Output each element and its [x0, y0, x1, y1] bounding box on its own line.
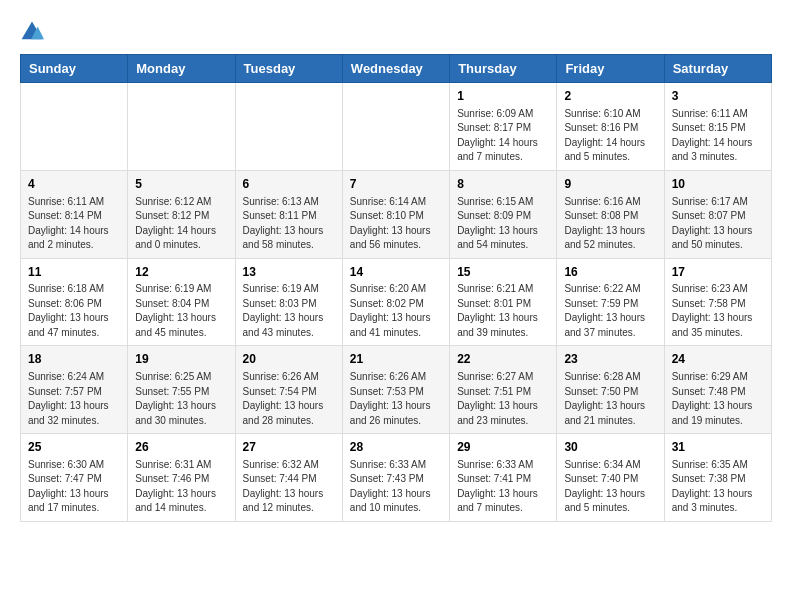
- day-info: Sunrise: 6:23 AMSunset: 7:58 PMDaylight:…: [672, 282, 764, 340]
- day-number: 16: [564, 264, 656, 281]
- weekday-header-tuesday: Tuesday: [235, 55, 342, 83]
- calendar-cell: 8Sunrise: 6:15 AMSunset: 8:09 PMDaylight…: [450, 170, 557, 258]
- day-info: Sunrise: 6:21 AMSunset: 8:01 PMDaylight:…: [457, 282, 549, 340]
- calendar-cell: 14Sunrise: 6:20 AMSunset: 8:02 PMDayligh…: [342, 258, 449, 346]
- weekday-header-wednesday: Wednesday: [342, 55, 449, 83]
- day-info: Sunrise: 6:29 AMSunset: 7:48 PMDaylight:…: [672, 370, 764, 428]
- week-row-1: 1Sunrise: 6:09 AMSunset: 8:17 PMDaylight…: [21, 83, 772, 171]
- day-number: 3: [672, 88, 764, 105]
- day-info: Sunrise: 6:11 AMSunset: 8:14 PMDaylight:…: [28, 195, 120, 253]
- day-info: Sunrise: 6:09 AMSunset: 8:17 PMDaylight:…: [457, 107, 549, 165]
- calendar-cell: 22Sunrise: 6:27 AMSunset: 7:51 PMDayligh…: [450, 346, 557, 434]
- calendar-cell: 16Sunrise: 6:22 AMSunset: 7:59 PMDayligh…: [557, 258, 664, 346]
- day-number: 14: [350, 264, 442, 281]
- day-number: 11: [28, 264, 120, 281]
- day-number: 23: [564, 351, 656, 368]
- day-number: 30: [564, 439, 656, 456]
- day-info: Sunrise: 6:25 AMSunset: 7:55 PMDaylight:…: [135, 370, 227, 428]
- calendar-cell: 27Sunrise: 6:32 AMSunset: 7:44 PMDayligh…: [235, 434, 342, 522]
- weekday-header-saturday: Saturday: [664, 55, 771, 83]
- day-info: Sunrise: 6:31 AMSunset: 7:46 PMDaylight:…: [135, 458, 227, 516]
- calendar-cell: 11Sunrise: 6:18 AMSunset: 8:06 PMDayligh…: [21, 258, 128, 346]
- day-number: 21: [350, 351, 442, 368]
- header: [20, 20, 772, 44]
- day-info: Sunrise: 6:19 AMSunset: 8:04 PMDaylight:…: [135, 282, 227, 340]
- day-number: 25: [28, 439, 120, 456]
- day-info: Sunrise: 6:33 AMSunset: 7:43 PMDaylight:…: [350, 458, 442, 516]
- calendar-cell: 28Sunrise: 6:33 AMSunset: 7:43 PMDayligh…: [342, 434, 449, 522]
- day-info: Sunrise: 6:28 AMSunset: 7:50 PMDaylight:…: [564, 370, 656, 428]
- day-info: Sunrise: 6:20 AMSunset: 8:02 PMDaylight:…: [350, 282, 442, 340]
- calendar-cell: 6Sunrise: 6:13 AMSunset: 8:11 PMDaylight…: [235, 170, 342, 258]
- calendar-cell: 19Sunrise: 6:25 AMSunset: 7:55 PMDayligh…: [128, 346, 235, 434]
- logo: [20, 20, 48, 44]
- calendar-cell: 17Sunrise: 6:23 AMSunset: 7:58 PMDayligh…: [664, 258, 771, 346]
- day-number: 10: [672, 176, 764, 193]
- calendar-cell: 5Sunrise: 6:12 AMSunset: 8:12 PMDaylight…: [128, 170, 235, 258]
- day-number: 28: [350, 439, 442, 456]
- calendar-cell: 15Sunrise: 6:21 AMSunset: 8:01 PMDayligh…: [450, 258, 557, 346]
- day-number: 17: [672, 264, 764, 281]
- calendar-cell: 26Sunrise: 6:31 AMSunset: 7:46 PMDayligh…: [128, 434, 235, 522]
- calendar-cell: 23Sunrise: 6:28 AMSunset: 7:50 PMDayligh…: [557, 346, 664, 434]
- day-number: 1: [457, 88, 549, 105]
- day-info: Sunrise: 6:26 AMSunset: 7:53 PMDaylight:…: [350, 370, 442, 428]
- day-info: Sunrise: 6:19 AMSunset: 8:03 PMDaylight:…: [243, 282, 335, 340]
- calendar-cell: 2Sunrise: 6:10 AMSunset: 8:16 PMDaylight…: [557, 83, 664, 171]
- day-number: 24: [672, 351, 764, 368]
- calendar-cell: 21Sunrise: 6:26 AMSunset: 7:53 PMDayligh…: [342, 346, 449, 434]
- day-number: 22: [457, 351, 549, 368]
- day-info: Sunrise: 6:13 AMSunset: 8:11 PMDaylight:…: [243, 195, 335, 253]
- day-number: 13: [243, 264, 335, 281]
- calendar-cell: 1Sunrise: 6:09 AMSunset: 8:17 PMDaylight…: [450, 83, 557, 171]
- day-info: Sunrise: 6:22 AMSunset: 7:59 PMDaylight:…: [564, 282, 656, 340]
- calendar-body: 1Sunrise: 6:09 AMSunset: 8:17 PMDaylight…: [21, 83, 772, 522]
- calendar-cell: 24Sunrise: 6:29 AMSunset: 7:48 PMDayligh…: [664, 346, 771, 434]
- day-number: 19: [135, 351, 227, 368]
- weekday-header-monday: Monday: [128, 55, 235, 83]
- day-info: Sunrise: 6:17 AMSunset: 8:07 PMDaylight:…: [672, 195, 764, 253]
- week-row-5: 25Sunrise: 6:30 AMSunset: 7:47 PMDayligh…: [21, 434, 772, 522]
- calendar-cell: [342, 83, 449, 171]
- calendar-cell: 29Sunrise: 6:33 AMSunset: 7:41 PMDayligh…: [450, 434, 557, 522]
- day-number: 26: [135, 439, 227, 456]
- day-info: Sunrise: 6:10 AMSunset: 8:16 PMDaylight:…: [564, 107, 656, 165]
- day-number: 31: [672, 439, 764, 456]
- calendar-cell: 13Sunrise: 6:19 AMSunset: 8:03 PMDayligh…: [235, 258, 342, 346]
- day-info: Sunrise: 6:27 AMSunset: 7:51 PMDaylight:…: [457, 370, 549, 428]
- calendar-cell: 12Sunrise: 6:19 AMSunset: 8:04 PMDayligh…: [128, 258, 235, 346]
- day-number: 7: [350, 176, 442, 193]
- day-info: Sunrise: 6:14 AMSunset: 8:10 PMDaylight:…: [350, 195, 442, 253]
- calendar-cell: 9Sunrise: 6:16 AMSunset: 8:08 PMDaylight…: [557, 170, 664, 258]
- day-info: Sunrise: 6:16 AMSunset: 8:08 PMDaylight:…: [564, 195, 656, 253]
- day-info: Sunrise: 6:32 AMSunset: 7:44 PMDaylight:…: [243, 458, 335, 516]
- calendar-cell: [235, 83, 342, 171]
- day-info: Sunrise: 6:18 AMSunset: 8:06 PMDaylight:…: [28, 282, 120, 340]
- weekday-header-sunday: Sunday: [21, 55, 128, 83]
- calendar-cell: 31Sunrise: 6:35 AMSunset: 7:38 PMDayligh…: [664, 434, 771, 522]
- day-number: 6: [243, 176, 335, 193]
- week-row-2: 4Sunrise: 6:11 AMSunset: 8:14 PMDaylight…: [21, 170, 772, 258]
- day-number: 18: [28, 351, 120, 368]
- day-info: Sunrise: 6:30 AMSunset: 7:47 PMDaylight:…: [28, 458, 120, 516]
- day-info: Sunrise: 6:24 AMSunset: 7:57 PMDaylight:…: [28, 370, 120, 428]
- day-number: 29: [457, 439, 549, 456]
- day-info: Sunrise: 6:15 AMSunset: 8:09 PMDaylight:…: [457, 195, 549, 253]
- calendar-cell: 4Sunrise: 6:11 AMSunset: 8:14 PMDaylight…: [21, 170, 128, 258]
- week-row-3: 11Sunrise: 6:18 AMSunset: 8:06 PMDayligh…: [21, 258, 772, 346]
- calendar: SundayMondayTuesdayWednesdayThursdayFrid…: [20, 54, 772, 522]
- day-number: 15: [457, 264, 549, 281]
- calendar-cell: 25Sunrise: 6:30 AMSunset: 7:47 PMDayligh…: [21, 434, 128, 522]
- calendar-cell: 20Sunrise: 6:26 AMSunset: 7:54 PMDayligh…: [235, 346, 342, 434]
- day-info: Sunrise: 6:33 AMSunset: 7:41 PMDaylight:…: [457, 458, 549, 516]
- day-number: 8: [457, 176, 549, 193]
- day-info: Sunrise: 6:26 AMSunset: 7:54 PMDaylight:…: [243, 370, 335, 428]
- calendar-cell: 18Sunrise: 6:24 AMSunset: 7:57 PMDayligh…: [21, 346, 128, 434]
- calendar-cell: 7Sunrise: 6:14 AMSunset: 8:10 PMDaylight…: [342, 170, 449, 258]
- week-row-4: 18Sunrise: 6:24 AMSunset: 7:57 PMDayligh…: [21, 346, 772, 434]
- calendar-cell: 3Sunrise: 6:11 AMSunset: 8:15 PMDaylight…: [664, 83, 771, 171]
- day-number: 2: [564, 88, 656, 105]
- day-info: Sunrise: 6:34 AMSunset: 7:40 PMDaylight:…: [564, 458, 656, 516]
- calendar-cell: [128, 83, 235, 171]
- weekday-header-friday: Friday: [557, 55, 664, 83]
